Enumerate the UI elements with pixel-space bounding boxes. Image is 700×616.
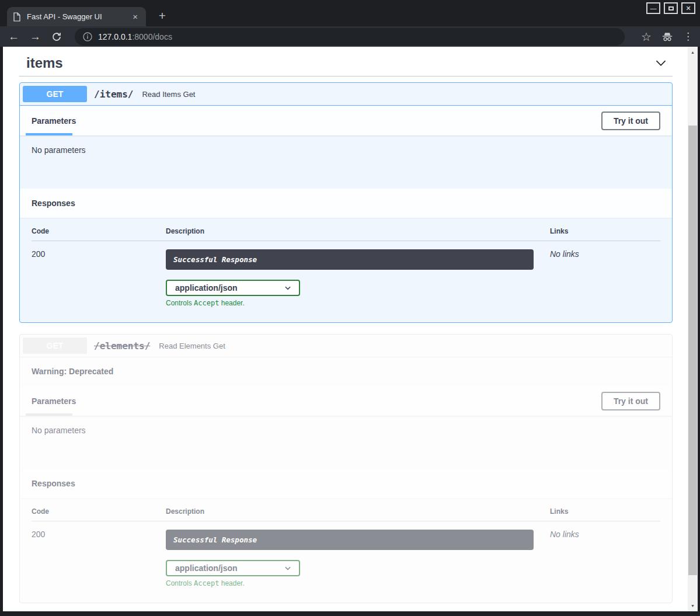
maximize-icon (668, 6, 674, 11)
opblock-summary[interactable]: GET /elements/ Read Elements Get (20, 335, 672, 357)
maximize-button[interactable] (664, 2, 678, 14)
responses-table-header: Code Description Links (32, 227, 660, 241)
responses-body: Code Description Links 200 Successful Re… (20, 218, 672, 322)
responses-title: Responses (32, 199, 75, 208)
endpoint-summary: Read Elements Get (159, 342, 225, 350)
parameters-body: No parameters (20, 416, 672, 469)
try-it-out-button[interactable]: Try it out (601, 112, 660, 130)
opblock-summary[interactable]: GET /items/ Read Items Get (20, 83, 672, 106)
no-parameters-text: No parameters (32, 145, 86, 155)
reload-button[interactable] (51, 32, 62, 42)
tag-section-header[interactable]: items (19, 51, 673, 76)
tab-close-icon[interactable]: × (130, 12, 140, 22)
deprecated-warning: Warning: Deprecated (20, 357, 672, 386)
no-parameters-text: No parameters (32, 426, 86, 435)
responses-body: Code Description Links 200 Successful Re… (20, 498, 672, 603)
response-code: 200 (32, 530, 166, 587)
swagger-page: items GET /items/ Read Items Get Paramet… (3, 47, 698, 611)
response-links: No links (550, 530, 660, 587)
media-type-value: application/json (175, 563, 238, 573)
parameters-header: Parameters Try it out (20, 106, 672, 135)
url-text[interactable]: 127.0.0.1:8000/docs (98, 32, 172, 41)
media-type-select[interactable]: application/json (166, 560, 300, 576)
responses-title: Responses (32, 479, 75, 488)
browser-tab[interactable]: Fast API - Swagger UI × (7, 7, 146, 26)
code-column-header: Code (32, 507, 166, 516)
accept-header-code: Accept (194, 299, 219, 307)
minimize-button[interactable]: — (646, 2, 660, 14)
bookmark-star-icon[interactable]: ☆ (641, 30, 652, 44)
parameters-body: No parameters (20, 135, 672, 189)
links-column-header: Links (550, 507, 660, 516)
parameters-tab-underline (26, 133, 72, 135)
scroll-up-arrow[interactable]: ▲ (688, 48, 698, 57)
response-description-cell: Successful Response application/json Con… (166, 249, 550, 307)
description-column-header: Description (166, 227, 550, 235)
response-code: 200 (32, 249, 166, 307)
accept-header-code: Accept (194, 579, 219, 587)
responses-header: Responses (20, 469, 672, 498)
accept-header-note: Controls Accept header. (166, 579, 550, 587)
browser-toolbar: ← → 127.0.0.1:8000/docs ☆ ⋮ (0, 26, 700, 47)
window-controls: — ✕ (646, 2, 695, 14)
incognito-icon (661, 31, 674, 43)
site-info-icon[interactable] (83, 32, 92, 41)
media-type-select[interactable]: application/json (166, 280, 300, 296)
page-scrollbar[interactable]: ▲ ▼ (688, 47, 698, 611)
response-description: Successful Response (166, 249, 534, 270)
back-button[interactable]: ← (8, 31, 19, 42)
description-column-header: Description (166, 507, 550, 516)
url-path: :8000/docs (132, 32, 172, 41)
forward-button[interactable]: → (30, 31, 41, 42)
url-host: 127.0.0.1 (98, 32, 132, 41)
response-links: No links (550, 249, 660, 307)
close-window-button[interactable]: ✕ (681, 2, 695, 14)
endpoint-summary: Read Items Get (142, 90, 195, 99)
parameters-tab: Parameters (32, 396, 76, 406)
accept-header-note: Controls Accept header. (166, 299, 550, 307)
new-tab-button[interactable]: + (154, 8, 170, 24)
response-row-200: 200 Successful Response application/json… (32, 241, 660, 307)
scrollbar-thumb[interactable] (688, 126, 697, 575)
responses-header: Responses (20, 189, 672, 218)
browser-titlebar: Fast API - Swagger UI × + — ✕ (0, 0, 700, 26)
response-row-200: 200 Successful Response application/json… (32, 521, 660, 587)
links-column-header: Links (550, 227, 660, 235)
endpoint-path: /elements/ (94, 340, 150, 351)
responses-table-header: Code Description Links (32, 507, 660, 521)
browser-menu-icon[interactable]: ⋮ (683, 30, 693, 43)
document-icon (13, 12, 21, 22)
media-type-value: application/json (175, 283, 238, 293)
try-it-out-button[interactable]: Try it out (601, 392, 660, 410)
select-chevron-icon (284, 564, 292, 572)
response-description-cell: Successful Response application/json Con… (166, 530, 550, 587)
opblock-get-elements-deprecated: GET /elements/ Read Elements Get Warning… (19, 334, 673, 603)
tab-title: Fast API - Swagger UI (27, 12, 130, 21)
reload-icon (51, 32, 62, 42)
code-column-header: Code (32, 227, 166, 235)
select-chevron-icon (284, 284, 292, 292)
method-badge-get: GET (23, 337, 87, 354)
parameters-header: Parameters Try it out (20, 386, 672, 416)
response-description: Successful Response (166, 530, 534, 550)
page-content: items GET /items/ Read Items Get Paramet… (3, 47, 688, 611)
endpoint-path: /items/ (94, 89, 133, 100)
scroll-down-arrow[interactable]: ▼ (688, 601, 698, 610)
collapse-chevron-icon[interactable] (653, 55, 668, 71)
parameters-tab: Parameters (32, 116, 76, 126)
tag-title: items (26, 55, 63, 71)
address-bar[interactable]: 127.0.0.1:8000/docs (75, 28, 625, 46)
opblock-get-items: GET /items/ Read Items Get Parameters Tr… (19, 82, 673, 323)
method-badge-get: GET (23, 86, 87, 102)
